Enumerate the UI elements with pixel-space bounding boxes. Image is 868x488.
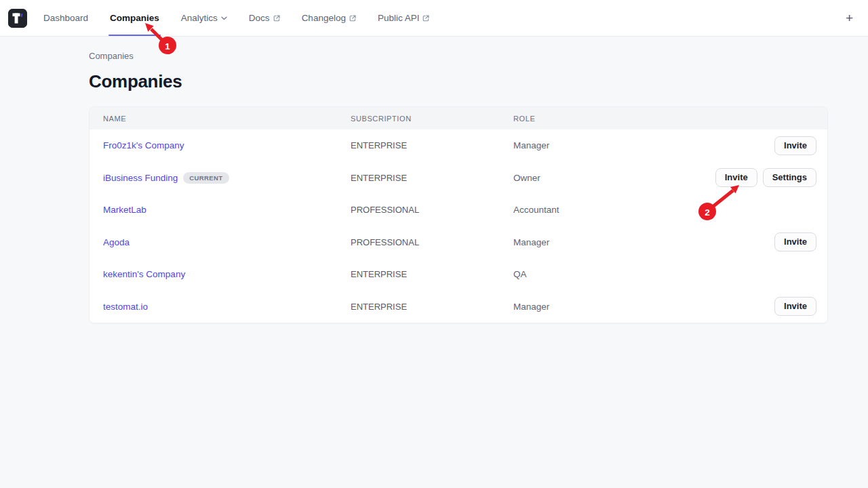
company-link[interactable]: Fro0z1k's Company (103, 140, 184, 150)
nav-label: Companies (110, 13, 159, 23)
nav-label: Public API (378, 13, 420, 23)
table-row: Fro0z1k's Company ENTERPRISE Manager Inv… (90, 129, 827, 162)
company-link[interactable]: kekentin's Company (103, 269, 185, 279)
add-button[interactable]: + (842, 9, 857, 27)
companies-table: Name Subscription Role Fro0z1k's Company… (89, 106, 828, 323)
subscription-cell: ENTERPRISE (351, 173, 513, 183)
role-cell: QA (513, 269, 816, 279)
external-link-icon (273, 15, 280, 22)
nav-label: Docs (249, 13, 270, 23)
role-cell: Manager (513, 140, 774, 150)
top-navbar: Dashboard Companies Analytics Docs Chang… (0, 0, 868, 37)
column-header-role: Role (513, 115, 816, 123)
testomat-logo[interactable] (8, 9, 27, 28)
external-link-icon (349, 15, 356, 22)
invite-button[interactable]: Invite (774, 297, 816, 316)
nav-item-analytics[interactable]: Analytics (181, 0, 227, 37)
company-link[interactable]: Agoda (103, 237, 130, 247)
company-link[interactable]: iBusiness Funding (103, 173, 178, 183)
settings-button[interactable]: Settings (763, 168, 816, 187)
column-header-name: Name (103, 115, 351, 123)
nav-item-changelog[interactable]: Changelog (302, 0, 356, 37)
chevron-down-icon (221, 16, 227, 20)
main-content: Companies Companies Name Subscription Ro… (89, 51, 828, 323)
table-row: iBusiness Funding CURRENT ENTERPRISE Own… (90, 162, 827, 195)
table-header-row: Name Subscription Role (90, 107, 827, 129)
subscription-cell: PROFESSIONAL (351, 205, 513, 215)
subscription-cell: ENTERPRISE (351, 269, 513, 279)
role-cell: Owner (513, 173, 715, 183)
subscription-cell: ENTERPRISE (351, 140, 513, 150)
role-cell: Manager (513, 237, 774, 247)
page-title: Companies (89, 71, 828, 92)
nav-label: Analytics (181, 13, 218, 23)
logo-t-icon (8, 9, 27, 28)
subscription-cell: ENTERPRISE (351, 302, 513, 312)
nav-item-companies[interactable]: Companies (110, 0, 159, 37)
role-cell: Accountant (513, 205, 816, 215)
invite-button[interactable]: Invite (774, 136, 816, 155)
role-cell: Manager (513, 302, 774, 312)
external-link-icon (422, 15, 429, 22)
nav-label: Dashboard (43, 13, 88, 23)
table-row: Agoda PROFESSIONAL Manager Invite (90, 226, 827, 259)
invite-button[interactable]: Invite (715, 168, 757, 187)
current-badge: CURRENT (183, 172, 229, 184)
subscription-cell: PROFESSIONAL (351, 237, 513, 247)
company-link[interactable]: testomat.io (103, 302, 148, 312)
table-row: MarketLab PROFESSIONAL Accountant (90, 194, 827, 226)
nav-item-dashboard[interactable]: Dashboard (43, 0, 88, 37)
main-nav: Dashboard Companies Analytics Docs Chang… (43, 0, 429, 37)
company-link[interactable]: MarketLab (103, 205, 146, 215)
annotation-number-1: 1 (165, 41, 170, 52)
column-header-subscription: Subscription (351, 115, 513, 123)
breadcrumb[interactable]: Companies (89, 51, 828, 61)
table-row: testomat.io ENTERPRISE Manager Invite (90, 291, 827, 323)
nav-label: Changelog (302, 13, 346, 23)
table-row: kekentin's Company ENTERPRISE QA (90, 258, 827, 291)
nav-item-public-api[interactable]: Public API (378, 0, 430, 37)
invite-button[interactable]: Invite (774, 232, 816, 251)
nav-item-docs[interactable]: Docs (249, 0, 280, 37)
